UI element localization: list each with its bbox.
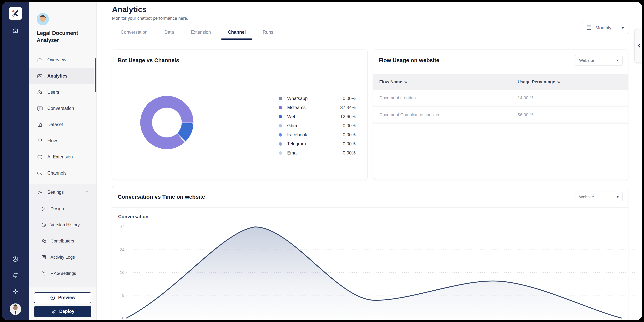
flow-name-cell: Document Compliance checker [373, 112, 518, 118]
legend-item: Msteams 87.34% [279, 103, 356, 112]
sidebar-item-activity-logs[interactable]: Activity Logs [29, 249, 96, 265]
chevron-up-icon[interactable] [84, 190, 89, 195]
legend-value: 0.00% [343, 150, 356, 156]
sidebar-item-label: Overview [47, 57, 66, 62]
legend-dot [279, 115, 282, 118]
caret-down-icon [616, 196, 619, 198]
sidebar-scrollbar[interactable] [95, 58, 96, 92]
home-icon[interactable] [12, 27, 19, 34]
donut-chart-area: Whatsapp 0.00% Msteams 87.34% Web 12.66% [112, 71, 368, 158]
preview-label: Preview [58, 295, 75, 300]
sidebar-item-rag-settings[interactable]: RAG settings [29, 265, 96, 282]
panel-collapse-button[interactable] [634, 29, 642, 63]
column-header-flow-name[interactable]: Flow Name ⇅ [373, 79, 518, 84]
legend-item: Facebook 0.00% [279, 130, 356, 139]
sidebar-item-label: Contributors [50, 238, 74, 244]
tab-data[interactable]: Data [164, 28, 174, 40]
user-avatar[interactable] [10, 304, 21, 315]
chat-icon [37, 105, 43, 112]
deploy-button[interactable]: Deploy [34, 306, 91, 317]
home-icon [37, 57, 43, 63]
tab-runs[interactable]: Runs [263, 28, 274, 40]
y-tick-label: 16 [114, 270, 124, 275]
legend-dot [279, 97, 282, 100]
sidebar-item-label: Version History [50, 222, 80, 228]
flow-channel-dropdown[interactable]: Website [574, 55, 623, 66]
conversation-time-card: Conversation vs Time on website Website … [112, 186, 628, 320]
sidebar-item-ai-extension[interactable]: AI Extension [29, 149, 96, 165]
sidebar-item-label: Design [50, 206, 64, 211]
legend-item: Whatsapp 0.00% [279, 94, 356, 103]
sidebar-item-channels[interactable]: Channels [29, 165, 96, 181]
sidebar-item-settings[interactable]: Settings [29, 184, 96, 201]
calendar-icon [586, 24, 592, 31]
table-row[interactable]: Document creation 14.00 % [373, 90, 628, 107]
tab-conversation[interactable]: Conversation [121, 28, 148, 40]
users-icon [37, 89, 43, 96]
bot-usage-card: Bot Usage vs Channels Whatsapp 0.00% Mst… [112, 50, 368, 180]
preview-button[interactable]: Preview [34, 292, 91, 303]
legend-item: Telegram 0.00% [279, 139, 356, 148]
rag-settings-icon [41, 271, 46, 276]
sidebar-item-version-history[interactable]: Version History [29, 217, 96, 233]
gear-icon[interactable] [12, 288, 19, 296]
legend-value: 12.66% [340, 114, 356, 119]
legend-label: Email [287, 150, 299, 156]
sidebar-item-users[interactable]: Users [29, 84, 96, 100]
sidebar-item-label: Conversation [47, 106, 74, 111]
app-window: Legal Document Analyzer Overview Analyti… [2, 2, 642, 320]
sidebar-item-analytics[interactable]: Analytics [29, 68, 96, 84]
sidebar-item-overview[interactable]: Overview [29, 52, 96, 68]
table-row[interactable]: Document Compliance checker 86.00 % [373, 107, 628, 124]
sidebar-item-contributors[interactable]: Contributors [29, 233, 96, 249]
main-content: Analytics Monitor your chatbot performan… [97, 2, 642, 320]
tab-extension[interactable]: Extension [191, 28, 211, 40]
y-tick-label: 8 [114, 293, 124, 298]
card-title: Flow Usage on website [378, 57, 439, 64]
sidebar-item-flow[interactable]: Flow [29, 133, 96, 149]
logs-icon [41, 254, 46, 260]
card-header: Conversation vs Time on website Website [112, 186, 628, 208]
legend-label: Whatsapp [287, 96, 308, 101]
history-icon [41, 222, 46, 228]
sidebar-item-design[interactable]: Design [29, 201, 96, 217]
channels-icon [37, 170, 43, 176]
sidebar-item-label: AI Extension [47, 154, 73, 160]
bot-name: Legal Document Analyzer [29, 25, 96, 44]
period-dropdown[interactable]: Monthly [582, 22, 628, 34]
y-tick-label: 32 [114, 224, 124, 229]
legend-dot [279, 142, 282, 146]
bot-avatar[interactable] [37, 13, 49, 25]
caret-down-icon [616, 60, 619, 61]
sidebar-item-label: RAG settings [50, 271, 76, 276]
conversation-channel-dropdown[interactable]: Website [574, 192, 623, 202]
page-title: Analytics [112, 5, 628, 14]
legend-label: Facebook [287, 132, 307, 138]
legend-label: Web [287, 114, 296, 119]
sidebar-item-label: Dataset [47, 122, 63, 127]
sidebar-item-conversation[interactable]: Conversation [29, 100, 96, 116]
flow-name-cell: Document creation [373, 95, 518, 100]
flow-usage-card: Flow Usage on website Website Flow Name … [373, 50, 628, 180]
sidebar-item-label: Settings [47, 190, 64, 195]
legend-label: Gbm [287, 123, 297, 128]
globe-icon[interactable] [12, 256, 19, 263]
cards-row: Bot Usage vs Channels Whatsapp 0.00% Mst… [112, 50, 628, 180]
area-chart[interactable]: 32 24 16 8 0 [126, 226, 635, 319]
card-title: Bot Usage vs Channels [118, 57, 179, 64]
bell-icon[interactable] [12, 272, 19, 280]
app-logo[interactable] [9, 7, 22, 20]
donut-chart[interactable] [140, 96, 194, 149]
ai-extension-icon [37, 154, 43, 160]
logo-icon [11, 9, 20, 18]
tab-channel[interactable]: Channel [228, 28, 246, 40]
users-icon [41, 238, 46, 244]
sidebar-item-dataset[interactable]: Dataset [29, 116, 96, 133]
app-rail [2, 2, 29, 320]
column-header-usage-percentage[interactable]: Usage Percentage ⇅ [518, 79, 560, 84]
sort-icon: ⇅ [404, 80, 407, 84]
sidebar: Legal Document Analyzer Overview Analyti… [29, 2, 97, 320]
table-header: Flow Name ⇅ Usage Percentage ⇅ [373, 74, 628, 90]
caret-down-icon [621, 27, 624, 29]
dropdown-value: Website [579, 194, 594, 199]
